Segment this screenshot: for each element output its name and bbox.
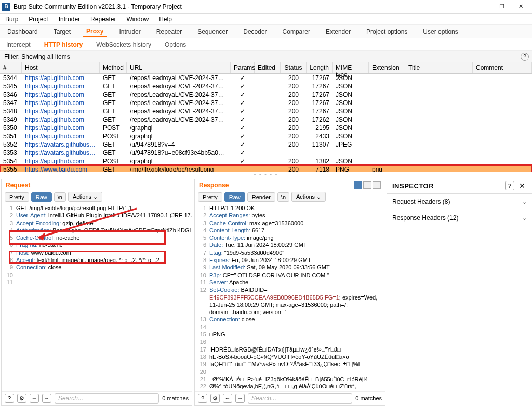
col-comment[interactable]: Comment xyxy=(473,62,532,73)
col-method[interactable]: Method xyxy=(100,62,127,73)
app-logo-icon: B xyxy=(2,3,10,11)
tab-comparer[interactable]: Comparer xyxy=(280,27,313,37)
table-row[interactable]: 5351https://api.github.comPOST/graphql✓2… xyxy=(0,132,532,140)
menu-project[interactable]: Project xyxy=(28,15,49,24)
response-pretty-tab[interactable]: Pretty xyxy=(198,192,222,202)
help-icon[interactable]: ? xyxy=(5,394,14,403)
table-row[interactable]: 5349https://api.github.comGET/repos/Lead… xyxy=(0,115,532,124)
col-host[interactable]: Host xyxy=(22,62,100,73)
col-params[interactable]: Params xyxy=(231,62,255,73)
menu-help[interactable]: Help xyxy=(158,15,173,24)
tab-extender[interactable]: Extender xyxy=(323,27,354,37)
request-panel: Request Pretty Raw \n Actions ⌄ 1GET /im… xyxy=(1,179,192,406)
maximize-button[interactable]: ☐ xyxy=(493,1,511,13)
table-row[interactable]: 5346https://api.github.comGET/repos/Lead… xyxy=(0,90,532,99)
prev-match-icon[interactable]: ← xyxy=(30,394,39,403)
tab-target[interactable]: Target xyxy=(50,27,74,37)
next-match-icon[interactable]: → xyxy=(235,394,245,403)
col-extension[interactable]: Extension xyxy=(369,62,405,73)
col-length[interactable]: Length xyxy=(307,62,332,73)
col-url[interactable]: URL xyxy=(127,62,231,73)
table-row[interactable]: 5352https://avatars.githubusercon...GET/… xyxy=(0,140,532,149)
tab-dashboard[interactable]: Dashboard xyxy=(4,27,41,37)
request-view-tabs: Pretty Raw \n Actions ⌄ xyxy=(2,191,192,203)
tab-user-options[interactable]: User options xyxy=(420,27,461,37)
table-row[interactable]: 5354https://api.github.comPOST/graphql✓2… xyxy=(0,157,532,165)
response-footer: ? ⚙ ← → Search... 0 matches xyxy=(195,391,385,405)
col-title[interactable]: Title xyxy=(405,62,473,73)
settings-icon[interactable]: ⚙ xyxy=(210,394,220,403)
tab-intruder[interactable]: Intruder xyxy=(116,27,143,37)
filter-text: Filter: Showing all items xyxy=(4,53,70,60)
response-newline-toggle[interactable]: \n xyxy=(277,192,289,202)
response-raw-tab[interactable]: Raw xyxy=(224,192,245,202)
table-row[interactable]: 5345https://api.github.comGET/repos/Lead… xyxy=(0,82,532,90)
chevron-down-icon: ⌄ xyxy=(522,199,527,205)
tab-repeater[interactable]: Repeater xyxy=(153,27,185,37)
table-row[interactable]: 5344https://api.github.comGET/repos/Lead… xyxy=(0,74,532,82)
prev-match-icon[interactable]: ← xyxy=(223,394,232,403)
chevron-down-icon: ⌄ xyxy=(522,215,527,222)
col-status[interactable]: Status xyxy=(281,62,307,73)
subtab-intercept[interactable]: Intercept xyxy=(4,40,33,49)
col-edited[interactable]: Edited xyxy=(255,62,281,73)
col-mime[interactable]: MIME type xyxy=(332,62,369,73)
response-search-input[interactable]: Search... xyxy=(248,393,352,404)
request-title: Request xyxy=(6,181,30,189)
inspector-panel: INSPECTOR ? ✕ Request Headers (8) ⌄ Resp… xyxy=(387,178,532,407)
panel-divider[interactable]: • • • • • xyxy=(0,172,532,178)
request-newline-toggle[interactable]: \n xyxy=(54,192,66,202)
subtab-http-history[interactable]: HTTP history xyxy=(42,40,85,49)
table-row[interactable]: 5355https://www.baidu.comGET/img/flexibl… xyxy=(0,165,532,172)
request-search-input[interactable]: Search... xyxy=(55,393,159,404)
inspector-close-icon[interactable]: ✕ xyxy=(517,181,527,190)
layout-toggle xyxy=(354,181,381,189)
inspector-request-headers[interactable]: Request Headers (8) ⌄ xyxy=(387,194,532,210)
tab-project-options[interactable]: Project options xyxy=(363,27,410,37)
table-row[interactable]: 5353https://avatars.githubusercon...GET/… xyxy=(0,149,532,157)
response-panel: Response Pretty Raw Render \n Actions ⌄ … xyxy=(194,179,385,406)
tab-sequencer[interactable]: Sequencer xyxy=(194,27,231,37)
table-row[interactable]: 5350https://api.github.comPOST/graphql✓2… xyxy=(0,124,532,132)
layout-vertical[interactable] xyxy=(363,181,371,189)
inspector-help-icon[interactable]: ? xyxy=(505,181,514,190)
response-body[interactable]: 1HTTP/1.1 200 OK2Accept-Ranges: bytes3Ca… xyxy=(195,203,385,391)
settings-icon[interactable]: ⚙ xyxy=(17,394,26,403)
menu-intruder[interactable]: Intruder xyxy=(58,15,81,24)
menu-window[interactable]: Window xyxy=(125,15,150,24)
main-tabs: Dashboard Target Proxy Intruder Repeater… xyxy=(0,25,532,38)
window-title: Burp Suite Community Edition v2021.3.1 -… xyxy=(14,3,474,10)
filter-bar[interactable]: Filter: Showing all items ? xyxy=(0,51,532,62)
tab-decoder[interactable]: Decoder xyxy=(240,27,270,37)
next-match-icon[interactable]: → xyxy=(42,394,51,403)
filter-help-icon[interactable]: ? xyxy=(521,53,529,61)
help-icon[interactable]: ? xyxy=(198,394,207,403)
menu-burp[interactable]: Burp xyxy=(4,15,19,24)
request-raw-tab[interactable]: Raw xyxy=(31,192,52,202)
tab-proxy[interactable]: Proxy xyxy=(83,26,107,37)
table-header: # Host Method URL Params Edited Status L… xyxy=(0,62,532,74)
menubar: Burp Project Intruder Repeater Window He… xyxy=(0,14,532,25)
request-actions-menu[interactable]: Actions ⌄ xyxy=(68,192,102,202)
minimize-button[interactable]: ─ xyxy=(474,1,493,13)
response-match-count: 0 matches xyxy=(355,395,382,401)
titlebar: B Burp Suite Community Edition v2021.3.1… xyxy=(0,0,532,14)
response-title: Response xyxy=(199,181,229,189)
layout-horizontal[interactable] xyxy=(354,181,362,189)
subtab-options[interactable]: Options xyxy=(163,40,188,49)
response-view-tabs: Pretty Raw Render \n Actions ⌄ xyxy=(195,191,385,203)
col-number[interactable]: # xyxy=(0,62,22,73)
response-render-tab[interactable]: Render xyxy=(247,192,275,202)
layout-combined[interactable] xyxy=(373,181,381,189)
table-row[interactable]: 5348https://api.github.comGET/repos/Lead… xyxy=(0,107,532,115)
request-pretty-tab[interactable]: Pretty xyxy=(5,192,29,202)
http-history-table: # Host Method URL Params Edited Status L… xyxy=(0,62,532,172)
inspector-response-headers[interactable]: Response Headers (12) ⌄ xyxy=(387,210,532,226)
request-match-count: 0 matches xyxy=(162,395,189,401)
menu-repeater[interactable]: Repeater xyxy=(89,15,117,24)
subtab-websockets[interactable]: WebSockets history xyxy=(94,40,153,49)
close-button[interactable]: ✕ xyxy=(511,1,530,13)
table-row[interactable]: 5347https://api.github.comGET/repos/Lead… xyxy=(0,99,532,107)
response-actions-menu[interactable]: Actions ⌄ xyxy=(291,192,326,202)
request-body[interactable]: 1GET /img/flexible/logo/pc/result.png HT… xyxy=(2,203,192,391)
